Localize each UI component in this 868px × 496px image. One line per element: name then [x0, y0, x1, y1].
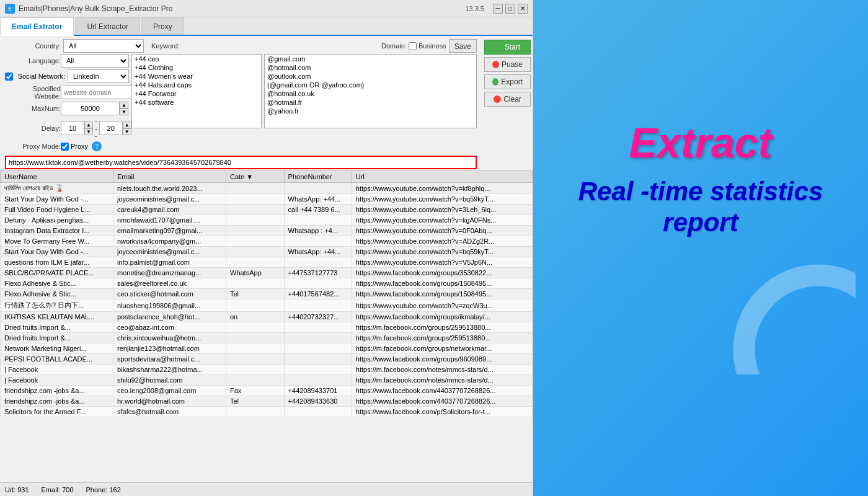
social-network-select[interactable]: LinkedIn: [68, 69, 129, 83]
cell-email: bikashsharma222@hotma...: [113, 365, 226, 375]
cell-cate: [226, 343, 285, 354]
col-header-email[interactable]: Email: [113, 171, 226, 183]
table-row[interactable]: SBLC/BG/PRIVATE PLACE... monetise@dreamz…: [1, 268, 533, 278]
cell-url: https://www.youtube.com/watch?v=zqcW3u..…: [352, 299, 532, 312]
save-button[interactable]: Save: [449, 39, 477, 53]
country-label: Country:: [5, 42, 61, 50]
table-row[interactable]: Instagram Data Extractor I... emailmarke…: [1, 226, 533, 236]
cell-cate: [226, 365, 285, 375]
proxy-checkbox[interactable]: [61, 143, 69, 151]
delay-max-up[interactable]: ▲: [123, 122, 131, 128]
cell-username: IKHTISAS KELAUTAN MAL...: [1, 312, 113, 322]
keyword-item[interactable]: +44 Clothing: [132, 63, 261, 72]
maxnum-input[interactable]: [61, 102, 120, 115]
language-select[interactable]: All: [61, 54, 129, 68]
social-network-checkbox[interactable]: [5, 73, 13, 81]
domain-item[interactable]: @outlook.com: [265, 72, 476, 81]
close-button[interactable]: ✕: [518, 4, 528, 14]
delay-min-input[interactable]: [61, 122, 84, 135]
data-table: UserName Email Cate ▼ PhoneNumber Url দা…: [0, 170, 533, 417]
table-row[interactable]: IKHTISAS KELAUTAN MAL... postsclarence_k…: [1, 312, 533, 322]
tab-url-extractor[interactable]: Url Extractor: [75, 17, 140, 35]
keyword-item[interactable]: +44 ceo: [132, 55, 261, 63]
table-row[interactable]: | Facebook shilu92@hotmail.com https://m…: [1, 375, 533, 386]
col-header-username[interactable]: UserName: [1, 171, 113, 183]
delay-min-up[interactable]: ▲: [84, 122, 93, 128]
cell-cate: [226, 333, 285, 343]
domain-item[interactable]: @hotmail.fr: [265, 98, 476, 107]
right-panel: Extract Real -time statistics report: [533, 0, 868, 496]
cell-email: sportsdevitara@hotmail.c...: [113, 354, 226, 365]
cell-url: https://www.facebook.com/44037707268826.…: [352, 386, 532, 396]
table-row[interactable]: Dried fruits.Import &... chris.xintouwei…: [1, 333, 533, 343]
table-row[interactable]: Full Video Food Hygiene L... careuk4@gma…: [1, 205, 533, 215]
cell-url: https://www.facebook.com/groups/3530822.…: [352, 268, 532, 278]
table-row[interactable]: Solicitors for the Armed F... sfafcs@hot…: [1, 407, 533, 417]
table-row[interactable]: দার্জিলিং রোপওয়ে রাইড 🚡 nlets.touch.the…: [1, 183, 533, 194]
minimize-button[interactable]: ─: [493, 4, 503, 14]
maxnum-label: MaxNum:: [5, 105, 61, 112]
domain-item[interactable]: (@gmail.com OR @yahoo.com): [265, 81, 476, 89]
table-row[interactable]: | Facebook bikashsharma222@hotma... http…: [1, 365, 533, 375]
table-row[interactable]: Flexo Adhesive & Stic... ceo.sticker@hot…: [1, 289, 533, 299]
table-row[interactable]: Move To Germany Free W... nworkvisa4comp…: [1, 236, 533, 247]
table-row[interactable]: Flexo Adhesive & Stic... sales@reeltoree…: [1, 278, 533, 289]
business-checkbox[interactable]: [409, 42, 417, 50]
maxnum-up-btn[interactable]: ▲: [120, 102, 128, 108]
export-button[interactable]: Export: [484, 74, 531, 89]
col-header-phone[interactable]: PhoneNumber: [284, 171, 352, 183]
table-row[interactable]: Network Marketing Nigeri... renjianjie12…: [1, 343, 533, 354]
proxy-help-button[interactable]: ?: [92, 141, 102, 151]
clear-button[interactable]: Clear: [484, 92, 531, 107]
delay-max-input[interactable]: [99, 122, 123, 135]
table-row[interactable]: Start Your Day With God -... joyceominis…: [1, 247, 533, 257]
start-button[interactable]: Start: [484, 40, 531, 55]
keyword-item[interactable]: +44 Women's wear: [132, 72, 261, 81]
cell-cate: [226, 183, 285, 194]
delay-min-down[interactable]: ▼: [84, 128, 93, 135]
keyword-list[interactable]: +44 ceo +44 Clothing +44 Women's wear +4…: [131, 54, 262, 128]
cell-username: friendshipz.com -jobs &a...: [1, 396, 113, 407]
cell-phone: [284, 375, 352, 386]
cell-username: Dried fruits.Import &...: [1, 333, 113, 343]
keyword-item[interactable]: +44 software: [132, 98, 261, 107]
maxnum-down-btn[interactable]: ▼: [120, 108, 128, 115]
cell-url: https://m.facebook.com/groups/259513880.…: [352, 322, 532, 333]
specified-website-label: Specified Website:: [5, 85, 61, 100]
table-row[interactable]: Start Your Day With God -... joyceominis…: [1, 194, 533, 205]
domain-item[interactable]: @gmail.com: [265, 55, 476, 63]
keyword-item[interactable]: +44 Footwear: [132, 89, 261, 98]
maximize-button[interactable]: □: [505, 4, 515, 14]
domain-item[interactable]: @hotmail.co.uk: [265, 89, 476, 98]
cell-url: https://m.facebook.com/groups/259513880.…: [352, 333, 532, 343]
table-row[interactable]: friendshipz.com -jobs &a... hr.world@hot…: [1, 396, 533, 407]
tab-email-extrator[interactable]: Email Extrator: [0, 17, 74, 36]
cell-phone: [284, 407, 352, 417]
col-header-cate[interactable]: Cate ▼: [226, 171, 285, 183]
url-input[interactable]: https://www.tiktok.com/@wetherby.watches…: [5, 156, 477, 169]
domain-item[interactable]: @hotmail.com: [265, 63, 476, 72]
cell-cate: [226, 322, 285, 333]
delay-max-down[interactable]: ▼: [123, 128, 131, 135]
specified-website-input[interactable]: [61, 86, 141, 99]
pause-button[interactable]: Puase: [484, 57, 531, 72]
table-row[interactable]: Dried fruits.Import &... ceo@abaz-int.co…: [1, 322, 533, 333]
cell-cate: [226, 354, 285, 365]
cell-url: https://www.facebook.com/groups/ikmalay/…: [352, 312, 532, 322]
table-row[interactable]: questions from ILM E jafar... info.palmi…: [1, 257, 533, 268]
cell-cate: [226, 247, 285, 257]
table-row[interactable]: PEPSI FOOTBALL ACADE... sportsdevitara@h…: [1, 354, 533, 365]
cell-cate: [226, 407, 285, 417]
cell-url: https://www.facebook.com/44037707268826.…: [352, 396, 532, 407]
cell-cate: [226, 236, 285, 247]
domain-list[interactable]: @gmail.com @hotmail.com @outlook.com (@g…: [264, 54, 477, 128]
domain-item[interactable]: @yahoo.fr: [265, 107, 476, 115]
col-header-url[interactable]: Url: [352, 171, 532, 183]
table-row[interactable]: friendshipz.com -jobs &a... ceo.leng2008…: [1, 386, 533, 396]
keyword-item[interactable]: +44 Hats and caps: [132, 81, 261, 89]
table-row[interactable]: 行情跌了怎么办? 日内下... nluosheng199806@gmail...…: [1, 299, 533, 312]
cell-username: friendshipz.com -jobs &a...: [1, 386, 113, 396]
tab-proxy[interactable]: Proxy: [141, 17, 184, 35]
country-select[interactable]: All: [63, 39, 144, 53]
table-row[interactable]: Defuny - Aplikasi penghas... nmohfawaid1…: [1, 215, 533, 226]
